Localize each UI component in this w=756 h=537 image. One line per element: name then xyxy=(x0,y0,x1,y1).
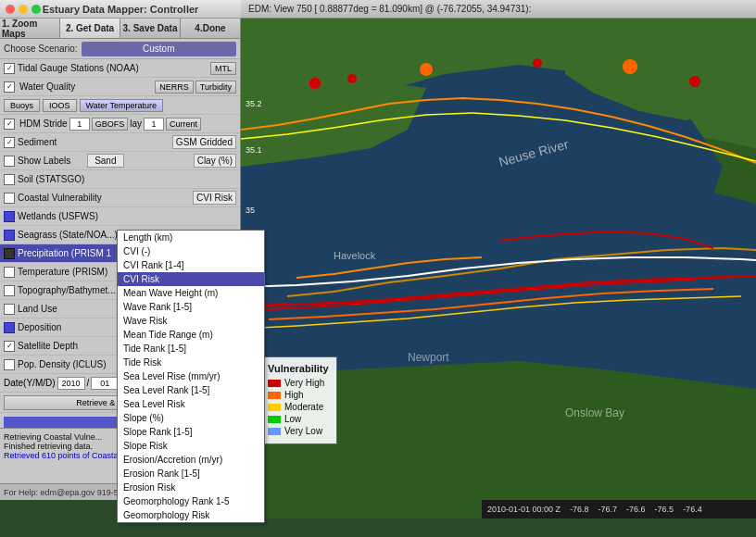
tab-save-data[interactable]: 3. Save Data xyxy=(120,19,181,38)
hdm-row: HDM Stride GBOFS lay Current xyxy=(0,115,240,133)
hdm-stride-input[interactable] xyxy=(69,118,90,131)
dropdown-item-slope-risk[interactable]: Slope Risk xyxy=(118,439,264,453)
coord-lon-1: -76.8 xyxy=(570,505,589,514)
dropdown-item-mean-tide[interactable]: Mean Tide Range (m) xyxy=(118,328,264,342)
date-year-input[interactable] xyxy=(57,377,85,390)
dropdown-item-tide-rank[interactable]: Tide Rank [1-5] xyxy=(118,342,264,356)
legend-label-high: High xyxy=(284,390,304,400)
coastal-vuln-value[interactable]: CVI Risk xyxy=(193,191,236,205)
tidal-mtl-button[interactable]: MTL xyxy=(210,62,236,75)
dropdown-item-sea-level-rise[interactable]: Sea Level Rise (mm/yr) xyxy=(118,369,264,383)
hdm-lay-label: lay xyxy=(130,119,142,129)
dropdown-menu[interactable]: Length (km) CVI (-) CVI Rank [1-4] CVI R… xyxy=(117,230,265,523)
buoys-row: Buoys IOOS Water Temperature xyxy=(0,96,240,115)
ioos-button[interactable]: IOOS xyxy=(43,99,77,112)
tidal-gauge-checkbox[interactable] xyxy=(4,63,15,74)
coastal-vuln-row: Coastal Vulnerability CVI Risk xyxy=(0,189,240,207)
wetlands-checkbox[interactable] xyxy=(4,211,15,222)
hdm-checkbox[interactable] xyxy=(4,119,15,130)
satellite-checkbox[interactable] xyxy=(4,341,15,352)
date-month-input[interactable] xyxy=(91,377,119,390)
tab-get-data[interactable]: 2. Get Data xyxy=(60,19,120,38)
dropdown-item-geomorph-rank[interactable]: Geomorphology Rank 1-5 xyxy=(118,494,264,508)
show-labels-value[interactable]: Sand xyxy=(87,154,124,168)
date-sep1: / xyxy=(87,378,90,388)
dropdown-item-geomorph-risk[interactable]: Geomorphology Risk xyxy=(118,508,264,522)
svg-text:Onslow Bay: Onslow Bay xyxy=(565,406,624,419)
legend-color-very-low xyxy=(268,428,281,435)
map-area[interactable]: Neuse River Newport Onslow Bay Havelock … xyxy=(241,19,756,518)
maximize-button[interactable] xyxy=(32,5,41,14)
sediment-value[interactable]: GSM Gridded xyxy=(172,135,236,149)
show-labels-checkbox[interactable] xyxy=(4,156,15,167)
legend-color-high xyxy=(268,392,281,399)
legend-item-very-low: Very Low xyxy=(268,426,329,436)
soil-row: Soil (STATSGO) xyxy=(0,170,240,189)
legend-label-moderate: Moderate xyxy=(284,402,323,412)
coord-lon-2: -76.7 xyxy=(598,505,618,514)
coastal-vuln-checkbox[interactable] xyxy=(4,193,15,204)
sediment-row: Sediment GSM Gridded xyxy=(0,133,240,152)
current-button[interactable]: Current xyxy=(166,118,201,131)
tidal-gauge-row: Tidal Gauge Stations (NOAA) MTL xyxy=(0,59,240,78)
coord-lon-4: -76.5 xyxy=(655,505,674,514)
show-labels-row: Show Labels Sand Clay (%) xyxy=(0,152,240,170)
legend-label-very-high: Very High xyxy=(284,378,324,388)
legend-item-low: Low xyxy=(268,414,329,424)
dropdown-item-length[interactable]: Length (km) xyxy=(118,231,264,244)
hdm-label: HDM Stride xyxy=(19,119,68,129)
svg-point-13 xyxy=(689,76,700,87)
close-button[interactable] xyxy=(6,5,15,14)
dropdown-item-cvi[interactable]: CVI (-) xyxy=(118,244,264,258)
svg-text:Havelock: Havelock xyxy=(334,250,376,261)
gbofs-button[interactable]: GBOFS xyxy=(92,118,129,131)
dropdown-item-wave-rank[interactable]: Wave Rank [1-5] xyxy=(118,300,264,314)
tidal-gauge-label: Tidal Gauge Stations (NOAA) xyxy=(18,63,208,73)
legend-title: Vulnerability xyxy=(268,363,329,374)
scenario-row: Choose Scenario: Custom xyxy=(0,39,240,59)
sediment-checkbox[interactable] xyxy=(4,137,15,148)
dropdown-item-cvi-risk[interactable]: CVI Risk xyxy=(118,272,264,286)
pop-density-checkbox[interactable] xyxy=(4,359,15,370)
water-temperature-button[interactable]: Water Temperature xyxy=(80,99,164,112)
precip-checkbox[interactable] xyxy=(4,248,15,259)
nerrs-button[interactable]: NERRS xyxy=(155,81,194,94)
svg-point-8 xyxy=(309,78,321,89)
hdm-lay-input[interactable] xyxy=(144,118,164,131)
scenario-dropdown[interactable]: Custom xyxy=(82,42,237,56)
tab-zoom-maps[interactable]: 1. Zoom Maps xyxy=(0,19,60,38)
water-quality-checkbox[interactable] xyxy=(4,81,15,93)
land-use-checkbox[interactable] xyxy=(4,304,15,315)
coord-date: 2010-01-01 00:00 Z xyxy=(487,505,561,514)
dropdown-item-sea-level-risk[interactable]: Sea Level Risk xyxy=(118,397,264,411)
soil-checkbox[interactable] xyxy=(4,174,15,185)
dropdown-item-erosion-rank[interactable]: Erosion Rank [1-5] xyxy=(118,467,264,481)
seagrass-checkbox[interactable] xyxy=(4,230,15,241)
svg-point-10 xyxy=(420,63,433,76)
dropdown-item-sea-level-rank[interactable]: Sea Level Rank [1-5] xyxy=(118,383,264,397)
turbidity-button[interactable]: Turbidity xyxy=(195,81,236,94)
svg-text:35.2: 35.2 xyxy=(246,99,262,108)
dropdown-item-cvi-rank[interactable]: CVI Rank [1-4] xyxy=(118,258,264,272)
tab-done[interactable]: 4.Done xyxy=(181,19,240,38)
dropdown-item-tide-risk[interactable]: Tide Risk xyxy=(118,356,264,369)
topography-checkbox[interactable] xyxy=(4,285,15,296)
legend-label-very-low: Very Low xyxy=(284,426,322,436)
minimize-button[interactable] xyxy=(19,5,28,14)
window-title: Estuary Data Mapper: Controller xyxy=(43,4,199,15)
deposition-checkbox[interactable] xyxy=(4,322,15,333)
dropdown-item-mean-wave[interactable]: Mean Wave Height (m) xyxy=(118,286,264,300)
dropdown-item-slope[interactable]: Slope (%) xyxy=(118,411,264,425)
buoys-button[interactable]: Buoys xyxy=(4,99,40,112)
coord-bar: 2010-01-01 00:00 Z -76.8 -76.7 -76.6 -76… xyxy=(482,500,756,518)
window-controls xyxy=(6,5,41,14)
temperature-checkbox[interactable] xyxy=(4,267,15,278)
scenario-label: Choose Scenario: xyxy=(4,44,78,54)
show-labels-label: Show Labels xyxy=(18,156,87,166)
dropdown-item-wave-risk[interactable]: Wave Risk xyxy=(118,314,264,328)
dropdown-item-erosion-accretion[interactable]: Erosion/Accretion (m/yr) xyxy=(118,453,264,467)
wetlands-label: Wetlands (USFWS) xyxy=(18,211,236,221)
dropdown-item-slope-rank[interactable]: Slope Rank [1-5] xyxy=(118,425,264,439)
clay-value[interactable]: Clay (%) xyxy=(194,154,236,168)
dropdown-item-erosion-risk[interactable]: Erosion Risk xyxy=(118,481,264,494)
